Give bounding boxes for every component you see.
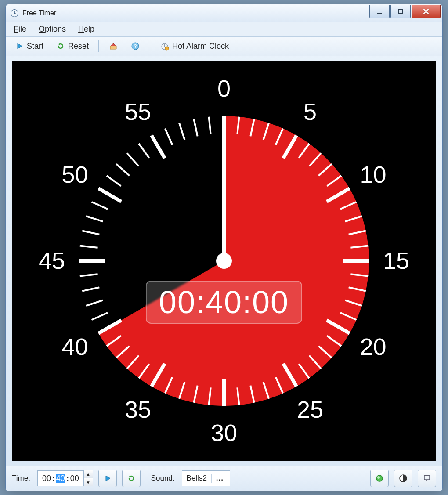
play-icon [104,475,111,482]
fullscreen-button[interactable] [418,470,436,487]
reset-button[interactable]: Reset [51,40,93,53]
svg-point-6 [165,47,169,50]
hot-alarm-label: Hot Alarm Clock [172,42,229,51]
help-icon: ? [130,41,140,51]
help-button[interactable]: ? [126,40,145,53]
toolbar: Start Reset ? Hot Alarm Clock [6,37,442,56]
statusbar: Time: 00:40:00 ▲ ▼ Sound: Bells2 ... [6,466,442,491]
sound-label: Sound: [151,474,175,483]
svg-rect-2 [398,9,403,14]
svg-rect-84 [424,476,430,480]
svg-line-59 [116,164,130,176]
svg-line-53 [80,246,98,247]
alarm-clock-icon [160,41,170,51]
status-green-button[interactable] [370,470,389,487]
maximize-button[interactable] [390,5,411,18]
time-spinner[interactable]: ▲ ▼ [83,470,93,486]
menu-help[interactable]: Help [78,25,94,34]
menu-file[interactable]: File [14,25,26,34]
svg-point-80 [216,253,232,269]
svg-text:25: 25 [297,396,323,423]
svg-text:35: 35 [125,396,151,423]
svg-line-49 [86,300,103,305]
svg-line-54 [82,231,99,234]
reset-label: Reset [68,42,89,51]
minimize-button[interactable] [369,5,390,18]
reset-icon [56,41,65,51]
home-button[interactable] [104,40,123,53]
svg-text:0: 0 [217,75,231,101]
svg-rect-1 [377,13,382,14]
svg-point-82 [377,476,380,479]
svg-line-64 [179,123,184,140]
green-dot-icon [375,474,384,483]
menubar: File Options Help [6,22,442,37]
app-icon [10,9,19,18]
analog-clock: 0510152025303540455055 00:40:00 [26,63,422,459]
svg-text:15: 15 [383,247,409,274]
toolbar-separator-2 [150,40,150,52]
time-label: Time: [12,474,30,483]
menu-options[interactable]: Options [39,25,66,34]
svg-line-62 [152,135,165,158]
time-value[interactable]: 00:40:00 [38,473,83,483]
contrast-button[interactable] [394,470,412,487]
presentation-icon [423,474,431,482]
time-input[interactable]: 00:40:00 ▲ ▼ [37,470,93,486]
app-window: Free Timer File Options Help Start Reset [5,4,443,491]
svg-text:30: 30 [211,419,237,446]
window-controls [369,5,441,18]
svg-line-56 [92,202,108,209]
svg-line-51 [80,274,98,276]
svg-line-63 [165,128,172,145]
spin-up-icon[interactable]: ▲ [84,470,93,478]
svg-line-57 [98,188,121,202]
spin-down-icon[interactable]: ▼ [84,478,93,486]
close-button[interactable] [412,5,441,18]
timer-display-area: 0510152025303540455055 00:40:00 [12,61,436,461]
svg-text:55: 55 [125,98,151,124]
svg-line-55 [86,216,103,221]
svg-text:45: 45 [39,247,65,274]
sound-browse-icon[interactable]: ... [211,474,224,483]
digital-time: 00:40:00 [146,281,302,324]
svg-text:5: 5 [303,98,317,124]
svg-text:40: 40 [61,333,88,360]
hot-alarm-button[interactable]: Hot Alarm Clock [155,40,233,53]
svg-text:?: ? [134,43,137,49]
svg-text:50: 50 [61,161,88,188]
start-label: Start [27,42,43,51]
svg-line-50 [82,287,99,291]
sound-select[interactable]: Bells2 ... [182,470,230,486]
play-button-small[interactable] [98,470,117,487]
toolbar-separator [98,40,99,52]
sound-value: Bells2 [182,474,211,483]
svg-line-65 [194,119,197,136]
svg-line-66 [209,116,211,134]
svg-line-61 [139,144,149,158]
contrast-icon [399,474,408,483]
svg-text:10: 10 [360,161,386,188]
reset-icon [127,474,135,482]
svg-line-60 [127,153,139,166]
window-title: Free Timer [22,9,369,17]
play-icon [14,41,24,51]
start-button[interactable]: Start [10,40,48,53]
reset-button-small[interactable] [122,470,141,487]
titlebar: Free Timer [6,4,442,22]
svg-text:20: 20 [360,333,386,360]
home-icon [108,41,118,51]
svg-line-48 [92,312,108,319]
svg-line-58 [107,176,121,186]
